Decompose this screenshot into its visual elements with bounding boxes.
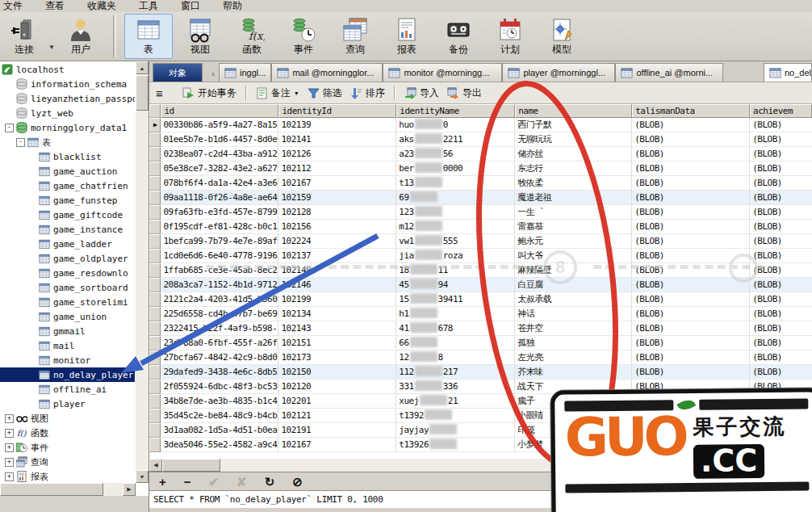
cell-identityId[interactable]: 102167 xyxy=(278,176,396,191)
toolbar-button-connect[interactable]: 连接 xyxy=(0,14,48,59)
row-selector[interactable] xyxy=(149,321,161,336)
tree-item-table-game_sortboard[interactable]: game_sortboard xyxy=(0,280,135,295)
cell-name[interactable]: 储亦丝 xyxy=(515,147,632,162)
cell-name[interactable]: 孤独 xyxy=(515,336,632,350)
collapse-icon[interactable]: - xyxy=(5,124,14,132)
grid-row[interactable]: ▶00330b86-a5f9-4a27-8a15-c102139huo0西门子默… xyxy=(149,118,812,132)
tab-inggl-[interactable]: inggl... xyxy=(219,63,271,82)
tree-section-报表[interactable]: +报表 xyxy=(0,469,135,484)
cell-identityId[interactable]: 102167 xyxy=(278,438,396,452)
cell-achievem[interactable]: (BLOB) xyxy=(750,162,812,176)
cell-identityName[interactable]: a2356 xyxy=(396,147,515,162)
dropdown-caret-icon[interactable]: ▼ xyxy=(48,44,55,51)
row-selector[interactable] xyxy=(149,191,161,205)
menu-item-收藏夹[interactable]: 收藏夹 xyxy=(76,0,128,13)
cell-achievem[interactable]: (BLOB) xyxy=(750,307,812,321)
cell-identityId[interactable]: 102134 xyxy=(278,307,396,321)
cell-identityId[interactable]: 102121 xyxy=(278,409,396,423)
tree-section-事件[interactable]: +事件 xyxy=(0,440,135,455)
cell-id[interactable]: 0f195cdf-ef81-428c-b0c1-7 xyxy=(161,220,278,234)
cell-talismanData[interactable]: (BLOB) xyxy=(632,118,750,132)
cell-achievem[interactable]: (BLOB) xyxy=(750,249,812,263)
cell-identityName[interactable]: 1539411 xyxy=(396,292,515,307)
cell-id[interactable]: 34b8e7de-ae3b-4835-b1c4-7 xyxy=(161,394,278,409)
cell-id[interactable]: 05e38ce7-3282-43e2-a627-c xyxy=(161,162,278,176)
tree-item-connection[interactable]: localhost xyxy=(0,62,135,77)
row-selector[interactable]: ▶ xyxy=(149,118,161,132)
column-header-identityId[interactable]: identityId xyxy=(278,104,396,118)
grid-row[interactable]: 2322415-b22f-4af9-b598-210214341678苍井空(B… xyxy=(149,321,812,336)
cell-identityName[interactable]: t13 xyxy=(396,176,515,191)
cell-identityName[interactable]: jiaroza xyxy=(396,249,515,263)
menu-item-查看[interactable]: 查看 xyxy=(34,0,76,13)
grid-row[interactable]: 078bf6f4-da1a-42e4-a3e6-2102167t13牧依柔(BL… xyxy=(149,176,812,191)
tree-item-tables-folder[interactable]: -表 xyxy=(0,135,135,149)
expand-icon[interactable]: + xyxy=(5,429,14,438)
cell-identityId[interactable]: 102150 xyxy=(278,365,396,380)
tree-section-查询[interactable]: +查询 xyxy=(0,455,135,469)
cell-talismanData[interactable]: (BLOB) xyxy=(632,278,750,292)
cell-achievem[interactable]: (BLOB) xyxy=(750,292,812,307)
menu-item-窗口[interactable]: 窗口 xyxy=(170,0,211,13)
cell-talismanData[interactable]: (BLOB) xyxy=(632,205,750,220)
cell-identityName[interactable]: 69 xyxy=(396,191,515,205)
cell-identityId[interactable]: 102126 xyxy=(278,147,396,162)
row-selector[interactable] xyxy=(149,350,161,365)
cell-identityName[interactable]: vw1555 xyxy=(396,234,515,249)
tree-item-table-game_resdownlo[interactable]: game_resdownlo xyxy=(0,266,135,280)
grid-row[interactable]: 1befca99-7b79-4e7e-89af-f102224vw1555鲍永元… xyxy=(149,234,812,249)
scroll-down-icon[interactable]: ▼ xyxy=(136,470,149,483)
cell-achievem[interactable]: (BLOB) xyxy=(750,191,812,205)
row-selector[interactable] xyxy=(149,263,161,278)
toolbar-button-schedule[interactable]: 计划 xyxy=(486,14,534,59)
cell-talismanData[interactable]: (BLOB) xyxy=(632,350,750,365)
tab-mail-morningglor-[interactable]: mail @morningglor... xyxy=(271,63,383,82)
grid-menu-icon[interactable]: ≡ xyxy=(156,86,162,100)
menu-item-文件[interactable]: 文件 xyxy=(0,0,34,13)
cell-id[interactable]: 1befca99-7b79-4e7e-89af-f xyxy=(161,234,278,249)
cell-id[interactable]: 2121c2a4-4203-41d5-b560-2 xyxy=(161,292,278,307)
sidebar-horizontal-scrollbar[interactable]: ▶ xyxy=(0,483,136,496)
cell-id[interactable]: 29dafed9-3438-4e6c-8db5-8 xyxy=(161,365,278,380)
toolbar-button-event[interactable]: 事件 xyxy=(279,14,328,59)
grid-row[interactable]: 09aa1118-0f26-4a8e-ae64-910215969魔道老祖(BL… xyxy=(149,191,812,205)
tree-item-table-mail[interactable]: mail xyxy=(0,338,135,353)
row-selector[interactable] xyxy=(149,162,161,176)
toolbar-button-table[interactable]: 表 xyxy=(124,14,173,59)
tree-section-函数[interactable]: +f()函数 xyxy=(0,426,135,440)
row-selector[interactable] xyxy=(149,336,161,350)
cell-identityId[interactable]: 102128 xyxy=(278,205,396,220)
tree-item-table-no_delay_player[interactable]: no_delay_player xyxy=(0,367,135,382)
cell-identityId[interactable]: 102143 xyxy=(278,321,396,336)
cell-talismanData[interactable]: (BLOB) xyxy=(632,365,750,380)
cell-identityId[interactable]: 102112 xyxy=(278,162,396,176)
cell-id[interactable]: 2f055924-6dbc-48f3-bc53-2 xyxy=(161,380,278,394)
cell-achievem[interactable]: (BLOB) xyxy=(750,205,812,220)
row-selector[interactable] xyxy=(149,249,161,263)
cell-name[interactable]: 鲍永元 xyxy=(515,234,632,249)
cell-talismanData[interactable]: (BLOB) xyxy=(632,336,750,350)
row-selector[interactable] xyxy=(149,220,161,234)
column-header-id[interactable]: id xyxy=(161,104,278,118)
cell-id[interactable]: 3d1aa082-1d5a-4d51-b0ea-8 xyxy=(161,423,278,438)
tab-monitor-morningg-[interactable]: monitor @morningg... xyxy=(383,63,502,82)
cell-talismanData[interactable]: (BLOB) xyxy=(632,234,750,249)
cell-id[interactable]: 1cd0e6d6-6e40-4778-9196-7 xyxy=(161,249,278,263)
cell-talismanData[interactable]: (BLOB) xyxy=(632,220,750,234)
expand-icon[interactable]: + xyxy=(5,414,14,423)
delete-record-button[interactable]: − xyxy=(184,476,191,488)
add-record-button[interactable]: + xyxy=(159,476,166,488)
cell-identityId[interactable]: 102149 xyxy=(278,263,396,278)
grid-row[interactable]: 2121c2a4-4203-41d5-b560-21021991539411太叔… xyxy=(149,292,812,307)
cell-talismanData[interactable]: (BLOB) xyxy=(632,263,750,278)
cell-achievem[interactable]: (BLOB) xyxy=(750,278,812,292)
tree-item-table-game_instance[interactable]: game_instance xyxy=(0,222,135,237)
cell-achievem[interactable]: (BLOB) xyxy=(750,263,812,278)
row-selector[interactable] xyxy=(149,423,161,438)
cell-identityName[interactable]: 123 xyxy=(396,205,515,220)
sort-button[interactable]: 排序 xyxy=(346,85,389,102)
cell-talismanData[interactable]: (BLOB) xyxy=(632,191,750,205)
cell-name[interactable]: 芥末味 xyxy=(515,365,632,380)
column-header-achievem[interactable]: achievem xyxy=(750,104,812,118)
cell-identityName[interactable]: 112217 xyxy=(396,365,515,380)
